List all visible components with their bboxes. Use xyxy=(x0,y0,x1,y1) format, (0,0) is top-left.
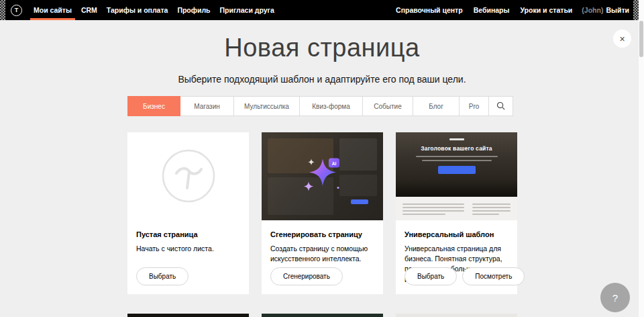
help-button[interactable]: ? xyxy=(600,283,630,312)
card-actions: Выбрать Посмотреть xyxy=(405,267,525,285)
card-description: Начать с чистого листа. xyxy=(136,244,240,254)
nav-invite-friend[interactable]: Пригласи друга xyxy=(215,0,279,20)
card-universal-template: Заголовок вашего сайта Универсальный шаб… xyxy=(396,132,517,294)
topbar: T Мои сайты CRM Тарифы и оплата Профиль … xyxy=(0,0,644,20)
tilda-circle-logo-icon xyxy=(162,149,215,203)
page-subtitle: Выберите подходящий шаблон и адаптируйте… xyxy=(0,74,644,85)
ai-sparkle-icon: AI xyxy=(298,150,347,200)
template-grid-row2 xyxy=(127,314,517,317)
preview-text-line xyxy=(422,160,492,161)
card-body: Универсальный шаблон Универсальная стран… xyxy=(396,220,517,294)
tab-search[interactable] xyxy=(488,96,513,116)
tab-blog[interactable]: Блог xyxy=(413,96,460,116)
tab-business[interactable]: Бизнес xyxy=(127,96,180,116)
template-card-partial[interactable] xyxy=(262,314,383,317)
view-template-button[interactable]: Посмотреть xyxy=(462,267,525,285)
card-body: Пустая страница Начать с чистого листа. … xyxy=(127,220,249,294)
nav-profile[interactable]: Профиль xyxy=(172,0,215,20)
card-title: Универсальный шаблон xyxy=(405,230,508,238)
tilda-logo[interactable]: T xyxy=(11,5,22,16)
checker-pattern-left xyxy=(0,0,5,20)
choose-template-button[interactable]: Выбрать xyxy=(405,267,457,285)
card-description: Создать страницу с помощью искусственног… xyxy=(270,244,374,264)
template-category-tabs: Бизнес Магазин Мультиссылка Квиз-форма С… xyxy=(127,96,518,116)
nav-lessons[interactable]: Уроки и статьи xyxy=(515,0,578,20)
tab-event[interactable]: Событие xyxy=(362,96,413,116)
preview-hero: Заголовок вашего сайта xyxy=(396,132,517,197)
tab-quiz-form[interactable]: Квиз-форма xyxy=(299,96,363,116)
tab-store[interactable]: Магазин xyxy=(180,96,234,116)
logout-link[interactable]: Выйти xyxy=(606,6,629,14)
template-grid: Пустая страница Начать с чистого листа. … xyxy=(127,132,517,294)
generate-button[interactable]: Сгенерировать xyxy=(270,267,343,285)
choose-blank-button[interactable]: Выбрать xyxy=(136,267,189,285)
close-button[interactable]: × xyxy=(613,30,631,48)
nav-webinars[interactable]: Вебинары xyxy=(468,0,515,20)
card-actions: Выбрать xyxy=(136,267,189,285)
card-actions: Сгенерировать xyxy=(270,267,343,285)
card-blank-page: Пустая страница Начать с чистого листа. … xyxy=(127,132,249,294)
preview-hero-title: Заголовок вашего сайта xyxy=(396,145,517,152)
preview-text-column xyxy=(472,201,511,216)
nav-help-center[interactable]: Справочный центр xyxy=(390,0,468,20)
preview-logo xyxy=(449,138,464,140)
card-title: Сгенерировать страницу xyxy=(270,230,374,238)
template-card-partial[interactable] xyxy=(127,314,249,317)
card-title: Пустая страница xyxy=(136,230,240,238)
card-ai-generate: AI Сгенерировать страницу Создать страни… xyxy=(262,132,383,294)
page-title: Новая страница xyxy=(0,34,644,62)
card-body: Сгенерировать страницу Создать страницу … xyxy=(262,220,383,294)
preview-text-section xyxy=(396,197,517,220)
preview-text-line xyxy=(416,156,498,157)
ai-preview-image: AI xyxy=(262,132,383,220)
preview-text-column xyxy=(402,201,464,216)
tab-multilink[interactable]: Мультиссылка xyxy=(233,96,300,116)
user-group: (John) Выйти xyxy=(578,6,629,14)
ai-badge: AI xyxy=(329,158,339,168)
template-card-partial[interactable] xyxy=(396,314,517,317)
universal-preview-image: Заголовок вашего сайта xyxy=(396,132,517,220)
nav-crm[interactable]: CRM xyxy=(76,0,102,20)
checker-pattern-right xyxy=(633,0,639,20)
preview-blue-button xyxy=(351,199,368,204)
main-nav: Мои сайты CRM Тарифы и оплата Профиль Пр… xyxy=(29,0,279,20)
username: (John) xyxy=(582,6,603,14)
secondary-nav: Справочный центр Вебинары Уроки и статьи… xyxy=(390,0,629,20)
preview-cta-button xyxy=(438,166,476,174)
scrollbar xyxy=(639,0,644,317)
new-page-dialog: T Мои сайты CRM Тарифы и оплата Профиль … xyxy=(0,0,644,317)
scrollbar-thumb[interactable] xyxy=(639,21,643,57)
tab-pro[interactable]: Pro xyxy=(459,96,489,116)
nav-pricing[interactable]: Тарифы и оплата xyxy=(102,0,173,20)
blank-page-preview xyxy=(127,132,249,220)
nav-my-sites[interactable]: Мои сайты xyxy=(29,0,76,20)
search-icon xyxy=(496,101,505,111)
